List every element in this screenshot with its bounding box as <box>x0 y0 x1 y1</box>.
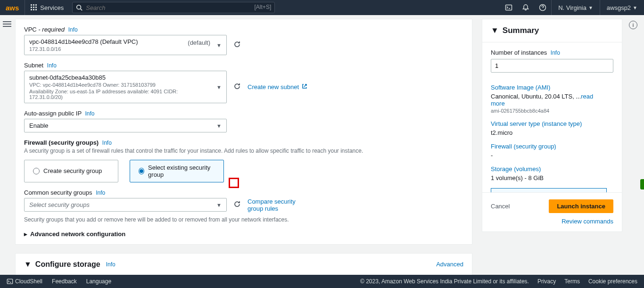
summary-storage-text: 1 volume(s) - 8 GiB <box>491 174 607 181</box>
account-selector[interactable]: awsgsp2 ▼ <box>600 0 644 15</box>
summary-storage-head[interactable]: Storage (volumes) <box>491 165 607 173</box>
compare-sg-link[interactable]: Compare security group rules <box>248 198 299 212</box>
radio-icon <box>33 168 40 174</box>
svg-rect-1 <box>33 4 34 6</box>
chevron-down-icon: ▼ <box>216 123 222 129</box>
summary-fw-head[interactable]: Firewall (security group) <box>491 143 607 150</box>
cloudshell-icon[interactable] <box>500 0 517 15</box>
help-icon[interactable] <box>534 0 551 15</box>
radio-create-sg[interactable]: Create security group <box>24 160 118 182</box>
search-shortcut: [Alt+S] <box>255 4 272 10</box>
search-icon <box>76 4 83 12</box>
num-instances-input[interactable] <box>491 59 613 73</box>
cookies-link[interactable]: Cookie preferences <box>588 278 637 285</box>
feedback-link[interactable]: Feedback <box>52 278 77 285</box>
external-link-icon <box>302 83 307 91</box>
vpc-label-text: VPC <box>24 26 37 33</box>
svg-rect-11 <box>506 5 512 10</box>
svg-rect-5 <box>35 7 37 8</box>
cloudshell-link[interactable]: CloudShell <box>7 278 42 285</box>
summary-type-head[interactable]: Virtual server type (instance type) <box>491 120 607 127</box>
summary-scroll[interactable]: Software Image (AMI) Canonical, Ubuntu, … <box>491 79 613 192</box>
caret-down-icon: ▼ <box>588 5 593 10</box>
vpc-default-badge: (default) <box>188 39 210 46</box>
region-selector[interactable]: N. Virginia ▼ <box>551 0 600 15</box>
advanced-network-label: Advanced network configuration <box>30 230 125 238</box>
svg-rect-7 <box>33 9 34 10</box>
radio-icon <box>139 168 144 174</box>
firewall-info-link[interactable]: Info <box>102 140 112 146</box>
right-help-icon[interactable]: i <box>629 21 637 29</box>
launch-instance-button[interactable]: Launch instance <box>549 199 613 213</box>
autoip-info-link[interactable]: Info <box>85 110 95 117</box>
subnet-refresh-icon[interactable] <box>233 82 241 91</box>
storage-title-row[interactable]: ▼ Configure storage Info <box>24 260 116 269</box>
common-sg-note: Security groups that you add or remove h… <box>24 216 463 224</box>
region-label: N. Virginia <box>558 4 586 11</box>
sg-refresh-icon[interactable] <box>233 200 241 209</box>
storage-advanced-link[interactable]: Advanced <box>436 261 463 268</box>
review-commands-link[interactable]: Review commands <box>561 218 613 225</box>
language-link[interactable]: Language <box>86 278 111 285</box>
subnet-line2: VPC: vpc-048814d1b4ee9cd78 Owner: 317158… <box>29 82 212 88</box>
vpc-info-link[interactable]: Info <box>68 26 78 33</box>
left-panel-toggle[interactable] <box>3 21 11 29</box>
subnet-info-link[interactable]: Info <box>47 62 57 69</box>
required-text: - required <box>38 26 65 33</box>
services-grid-icon <box>31 4 37 11</box>
summary-fw-text: - <box>491 152 607 159</box>
summary-ami-id: ami-0261755bbcb8c4a84 <box>491 108 607 114</box>
svg-point-9 <box>77 5 81 9</box>
common-sg-field: Common security groups Info Select secur… <box>24 189 463 224</box>
common-sg-select[interactable]: Select security groups ▼ <box>24 198 227 212</box>
caret-right-icon: ▸ <box>24 230 27 238</box>
chevron-down-icon: ▼ <box>216 42 222 48</box>
red-highlight-box <box>229 178 239 188</box>
firewall-help: A security group is a set of firewall ru… <box>24 147 463 155</box>
notifications-icon[interactable] <box>517 0 534 15</box>
terms-link[interactable]: Terms <box>564 278 580 285</box>
svg-rect-4 <box>33 7 34 8</box>
summary-ami-head[interactable]: Software Image (AMI) <box>491 84 607 91</box>
vpc-value: vpc-048814d1b4ee9cd78 (Default VPC) <box>29 38 212 45</box>
chevron-down-icon: ▼ <box>216 84 222 90</box>
aws-logo[interactable]: aws <box>0 4 25 12</box>
topnav-right: N. Virginia ▼ awsgsp2 ▼ <box>500 0 644 15</box>
common-sg-placeholder: Select security groups <box>29 201 212 208</box>
subnet-field: Subnet Info subnet-0dfa25cbea4a30b85 VPC… <box>24 62 463 103</box>
summary-header[interactable]: ▼ Summary <box>482 19 622 42</box>
subnet-select[interactable]: subnet-0dfa25cbea4a30b85 VPC: vpc-048814… <box>24 71 227 103</box>
num-instances-info[interactable]: Info <box>551 49 560 56</box>
storage-info-link[interactable]: Info <box>106 261 116 268</box>
search-container: [Alt+S] <box>72 2 275 13</box>
services-button[interactable]: Services <box>25 0 69 15</box>
caret-down-icon: ▼ <box>24 260 32 269</box>
summary-ami-text: Canonical, Ubuntu, 20.04 LTS, ... <box>491 93 581 100</box>
services-label: Services <box>40 4 64 11</box>
caret-down-icon: ▼ <box>491 26 499 35</box>
svg-rect-3 <box>31 7 32 8</box>
subnet-label-text: Subnet <box>24 62 43 69</box>
summary-body: Number of instances Info Software Image … <box>482 42 622 192</box>
subnet-line3: Availability Zone: us-east-1a IP address… <box>29 89 212 100</box>
create-subnet-link[interactable]: Create new subnet <box>248 83 307 91</box>
search-input[interactable] <box>72 2 275 13</box>
content-area: VPC - required Info vpc-048814d1b4ee9cd7… <box>15 15 622 275</box>
vpc-refresh-icon[interactable] <box>233 41 241 49</box>
advanced-network-toggle[interactable]: ▸ Advanced network configuration <box>24 230 463 238</box>
top-nav: aws Services [Alt+S] N. Virginia ▼ awsgs… <box>0 0 644 15</box>
autoip-label: Auto-assign public IP Info <box>24 110 463 117</box>
common-sg-label: Common security groups Info <box>24 189 463 196</box>
vpc-select[interactable]: vpc-048814d1b4ee9cd78 (Default VPC) 172.… <box>24 35 227 55</box>
storage-title: Configure storage <box>35 260 100 269</box>
autoip-select[interactable]: Enable ▼ <box>24 119 227 132</box>
firewall-head-row: Firewall (security groups) Info <box>24 139 463 146</box>
radio-existing-sg[interactable]: Select existing security group <box>130 160 224 182</box>
common-sg-info-link[interactable]: Info <box>96 189 105 196</box>
cancel-button[interactable]: Cancel <box>491 203 510 210</box>
feedback-tab[interactable] <box>640 179 644 189</box>
vpc-cidr: 172.31.0.0/16 <box>29 46 212 52</box>
summary-type-text: t2.micro <box>491 129 607 136</box>
firewall-head: Firewall (security groups) <box>24 139 99 146</box>
privacy-link[interactable]: Privacy <box>537 278 556 285</box>
